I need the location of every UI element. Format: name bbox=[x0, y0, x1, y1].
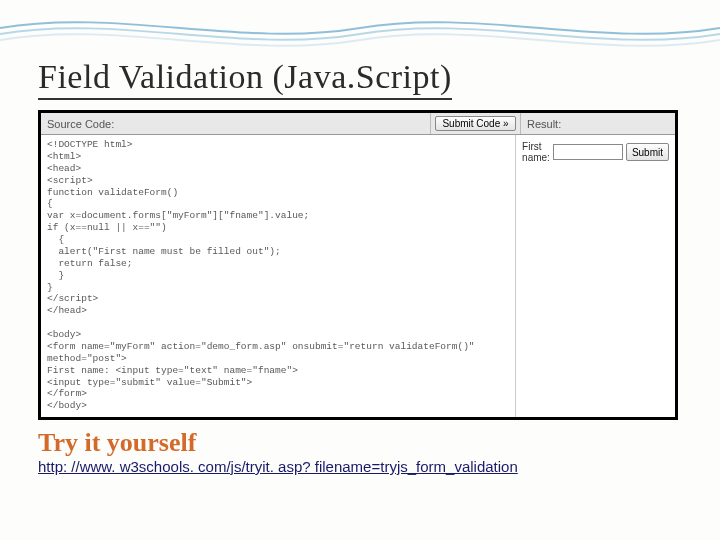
source-code-text: <!DOCTYPE html> <html> <head> <script> f… bbox=[47, 139, 509, 417]
editor-header: Source Code: Submit Code » Result: bbox=[41, 113, 675, 135]
slide-title: Field Validation (Java.Script) bbox=[38, 58, 452, 100]
firstname-label: First name: bbox=[522, 141, 550, 163]
result-pane: First name: Submit bbox=[516, 135, 675, 417]
source-code-label: Source Code: bbox=[41, 113, 431, 134]
result-submit-button[interactable]: Submit bbox=[626, 143, 669, 161]
source-code-pane[interactable]: <!DOCTYPE html> <html> <head> <script> f… bbox=[41, 135, 516, 417]
try-it-yourself-heading: Try it yourself bbox=[38, 428, 682, 458]
submit-code-button[interactable]: Submit Code » bbox=[435, 116, 515, 131]
tryit-editor: Source Code: Submit Code » Result: <!DOC… bbox=[38, 110, 678, 420]
result-label: Result: bbox=[521, 113, 675, 134]
firstname-input[interactable] bbox=[553, 144, 623, 160]
tryit-url-link[interactable]: http: //www. w3schools. com/js/tryit. as… bbox=[38, 458, 518, 475]
